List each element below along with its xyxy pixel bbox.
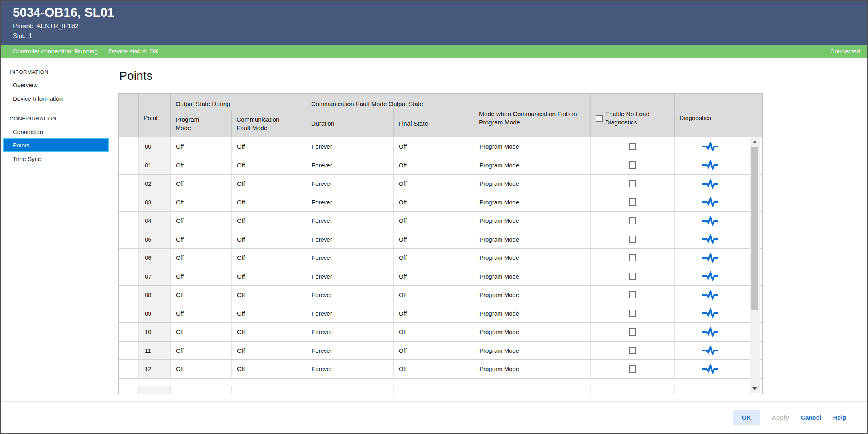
no-load-checkbox[interactable]	[629, 236, 636, 243]
scroll-down-button[interactable]	[750, 385, 760, 393]
pulse-waveform-icon[interactable]	[701, 364, 720, 374]
communication-fault-mode-cell[interactable]: Off	[232, 304, 306, 323]
row-handle-cell[interactable]	[119, 360, 139, 378]
duration-cell[interactable]: Forever	[306, 249, 394, 267]
duration-cell[interactable]: Forever	[306, 323, 394, 341]
communication-fault-mode-cell[interactable]: Off	[232, 249, 306, 267]
communication-fault-mode-cell[interactable]: Off	[232, 286, 306, 304]
no-load-checkbox[interactable]	[629, 180, 636, 187]
pulse-waveform-icon[interactable]	[701, 179, 720, 189]
sidebar-item-time-sync[interactable]: Time Sync	[3, 152, 109, 165]
pulse-waveform-icon[interactable]	[701, 271, 720, 281]
communication-fault-mode-cell[interactable]: Off	[232, 137, 306, 156]
pulse-waveform-icon[interactable]	[701, 327, 720, 337]
final-state-cell[interactable]: Off	[394, 212, 474, 230]
duration-cell[interactable]: Forever	[306, 193, 394, 212]
mode-when-fails-cell[interactable]: Program Mode	[474, 360, 591, 378]
pulse-waveform-icon[interactable]	[701, 142, 720, 151]
duration-cell[interactable]: Forever	[306, 304, 394, 323]
duration-cell[interactable]: Forever	[306, 175, 394, 193]
final-state-cell[interactable]: Off	[394, 267, 474, 286]
no-load-checkbox[interactable]	[629, 161, 636, 169]
pulse-waveform-icon[interactable]	[701, 290, 720, 300]
pulse-waveform-icon[interactable]	[701, 308, 720, 318]
final-state-cell[interactable]: Off	[394, 342, 474, 360]
communication-fault-mode-cell[interactable]: Off	[232, 323, 306, 341]
program-mode-cell[interactable]: Off	[171, 304, 232, 323]
no-load-checkbox[interactable]	[629, 217, 636, 224]
ok-button[interactable]: OK	[733, 410, 760, 425]
communication-fault-mode-cell[interactable]: Off	[232, 267, 306, 286]
communication-fault-mode-cell[interactable]: Off	[232, 360, 306, 378]
mode-when-fails-cell[interactable]: Program Mode	[474, 193, 591, 212]
pulse-waveform-icon[interactable]	[701, 160, 720, 170]
duration-cell[interactable]: Forever	[306, 267, 394, 286]
no-load-checkbox[interactable]	[629, 273, 636, 280]
program-mode-cell[interactable]: Off	[171, 175, 232, 193]
mode-when-fails-cell[interactable]: Program Mode	[474, 286, 591, 304]
pulse-waveform-icon[interactable]	[701, 234, 720, 244]
scroll-thumb[interactable]	[751, 147, 758, 310]
program-mode-cell[interactable]: Off	[171, 212, 232, 230]
duration-cell[interactable]: Forever	[306, 230, 394, 249]
no-load-checkbox[interactable]	[629, 347, 636, 354]
vertical-scrollbar[interactable]	[750, 138, 760, 393]
final-state-cell[interactable]: Off	[394, 249, 474, 267]
cancel-button[interactable]: Cancel	[801, 414, 821, 421]
communication-fault-mode-cell[interactable]: Off	[232, 175, 306, 193]
mode-when-fails-cell[interactable]: Program Mode	[474, 175, 591, 193]
apply-button[interactable]: Apply	[772, 414, 789, 421]
sidebar-item-overview[interactable]: Overview	[3, 78, 109, 92]
communication-fault-mode-cell[interactable]: Off	[232, 230, 306, 249]
program-mode-cell[interactable]: Off	[171, 267, 232, 286]
sidebar-item-connection[interactable]: Connection	[3, 125, 109, 138]
program-mode-cell[interactable]: Off	[171, 156, 232, 175]
mode-when-fails-cell[interactable]: Program Mode	[474, 267, 591, 286]
final-state-cell[interactable]: Off	[394, 286, 474, 304]
pulse-waveform-icon[interactable]	[701, 346, 720, 355]
pulse-waveform-icon[interactable]	[701, 197, 720, 207]
duration-cell[interactable]: Forever	[306, 212, 394, 230]
no-load-checkbox[interactable]	[629, 365, 636, 373]
program-mode-cell[interactable]: Off	[171, 342, 232, 360]
help-button[interactable]: Help	[833, 414, 846, 421]
duration-cell[interactable]: Forever	[306, 286, 394, 304]
row-handle-cell[interactable]	[119, 249, 139, 267]
row-handle-cell[interactable]	[119, 175, 139, 193]
sidebar-item-points[interactable]: Points	[3, 138, 109, 152]
sidebar-item-device-information[interactable]: Device Information	[3, 92, 109, 105]
program-mode-cell[interactable]: Off	[171, 193, 232, 212]
communication-fault-mode-cell[interactable]: Off	[232, 193, 306, 212]
final-state-cell[interactable]: Off	[394, 230, 474, 249]
row-handle-cell[interactable]	[119, 137, 139, 156]
final-state-cell[interactable]: Off	[394, 175, 474, 193]
mode-when-fails-cell[interactable]: Program Mode	[474, 342, 591, 360]
communication-fault-mode-cell[interactable]: Off	[232, 342, 306, 360]
final-state-cell[interactable]: Off	[394, 193, 474, 212]
final-state-cell[interactable]: Off	[394, 323, 474, 341]
pulse-waveform-icon[interactable]	[701, 216, 720, 226]
final-state-cell[interactable]: Off	[394, 360, 474, 378]
row-handle-cell[interactable]	[119, 212, 139, 230]
no-load-checkbox[interactable]	[629, 254, 636, 261]
row-handle-cell[interactable]	[119, 342, 139, 360]
program-mode-cell[interactable]: Off	[171, 249, 232, 267]
scroll-up-button[interactable]	[750, 138, 760, 146]
duration-cell[interactable]: Forever	[306, 360, 394, 378]
no-load-checkbox[interactable]	[629, 198, 636, 206]
row-handle-cell[interactable]	[119, 230, 139, 249]
duration-cell[interactable]: Forever	[306, 137, 394, 156]
mode-when-fails-cell[interactable]: Program Mode	[474, 249, 591, 267]
enable-no-load-all-checkbox[interactable]	[596, 115, 603, 122]
row-handle-cell[interactable]	[119, 267, 139, 286]
pulse-waveform-icon[interactable]	[701, 253, 720, 263]
final-state-cell[interactable]: Off	[394, 156, 474, 175]
no-load-checkbox[interactable]	[629, 310, 636, 317]
no-load-checkbox[interactable]	[629, 291, 636, 298]
no-load-checkbox[interactable]	[629, 328, 636, 336]
mode-when-fails-cell[interactable]: Program Mode	[474, 230, 591, 249]
program-mode-cell[interactable]: Off	[171, 230, 232, 249]
row-handle-cell[interactable]	[119, 156, 139, 175]
final-state-cell[interactable]: Off	[394, 137, 474, 156]
row-handle-cell[interactable]	[119, 304, 139, 323]
